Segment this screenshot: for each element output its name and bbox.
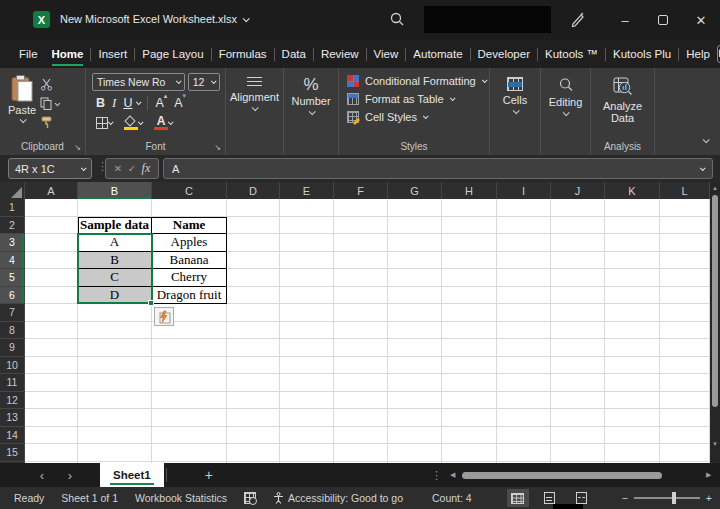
cell-A7[interactable] — [25, 304, 78, 322]
cell-B4[interactable]: B — [78, 252, 152, 270]
cell-G2[interactable] — [388, 217, 442, 235]
scroll-down-icon[interactable]: ▼ — [710, 439, 720, 449]
cell-F8[interactable] — [334, 322, 388, 340]
cell-G9[interactable] — [388, 339, 442, 357]
cell-L5[interactable] — [660, 269, 710, 287]
cell-F6[interactable] — [334, 287, 388, 305]
cell-B3[interactable]: A — [78, 234, 152, 252]
underline-chevron-icon[interactable] — [136, 99, 142, 105]
cell-I8[interactable] — [497, 322, 551, 340]
accessibility-status[interactable]: Accessibility: Good to go — [273, 492, 403, 504]
editing-button[interactable]: Editing — [541, 73, 590, 116]
cell-C11[interactable] — [152, 374, 227, 392]
row-header-8[interactable]: 8 — [0, 322, 25, 340]
row-header-3[interactable]: 3 — [0, 234, 25, 252]
cell-G5[interactable] — [388, 269, 442, 287]
cell-A5[interactable] — [25, 269, 78, 287]
cell-D10[interactable] — [227, 357, 280, 375]
cell-K7[interactable] — [605, 304, 660, 322]
cell-L15[interactable] — [660, 444, 710, 462]
cell-H4[interactable] — [442, 252, 497, 270]
cell-H5[interactable] — [442, 269, 497, 287]
cell-I12[interactable] — [497, 392, 551, 410]
font-color-button[interactable]: A — [154, 116, 172, 130]
column-header-J[interactable]: J — [551, 182, 605, 199]
cell-B2[interactable]: Sample data — [78, 217, 152, 235]
cancel-entry-icon[interactable]: ✕ — [114, 163, 122, 174]
cell-F4[interactable] — [334, 252, 388, 270]
cell-L2[interactable] — [660, 217, 710, 235]
cell-D9[interactable] — [227, 339, 280, 357]
column-header-D[interactable]: D — [227, 182, 280, 199]
horizontal-scrollbar[interactable]: ◀ ▶ — [450, 469, 716, 481]
clipboard-dialog-launcher[interactable]: ↘ — [74, 143, 81, 152]
row-header-13[interactable]: 13 — [0, 409, 25, 427]
fill-handle[interactable] — [148, 300, 154, 306]
cell-I13[interactable] — [497, 409, 551, 427]
tab-insert[interactable]: Insert — [91, 44, 134, 64]
cell-F9[interactable] — [334, 339, 388, 357]
cell-K10[interactable] — [605, 357, 660, 375]
cell-I7[interactable] — [497, 304, 551, 322]
cell-C1[interactable] — [152, 199, 227, 217]
tab-kutools-plu[interactable]: Kutools Plu — [606, 44, 678, 64]
minimize-button[interactable]: – — [606, 0, 644, 40]
workbook-statistics-icon[interactable] — [244, 492, 256, 504]
cell-H15[interactable] — [442, 444, 497, 462]
cell-F3[interactable] — [334, 234, 388, 252]
cell-A9[interactable] — [25, 339, 78, 357]
cell-C10[interactable] — [152, 357, 227, 375]
cell-J2[interactable] — [551, 217, 605, 235]
collapse-ribbon-button[interactable] — [703, 129, 708, 147]
cell-K3[interactable] — [605, 234, 660, 252]
cell-G13[interactable] — [388, 409, 442, 427]
cell-I4[interactable] — [497, 252, 551, 270]
zoom-in-button[interactable]: + — [706, 492, 712, 504]
cell-C2[interactable]: Name — [152, 217, 227, 235]
cell-E4[interactable] — [280, 252, 334, 270]
cell-C6[interactable]: Dragon fruit — [152, 287, 227, 305]
cell-D1[interactable] — [227, 199, 280, 217]
font-name-select[interactable]: Times New Ro — [92, 73, 185, 91]
cell-A15[interactable] — [25, 444, 78, 462]
copy-button[interactable] — [40, 96, 59, 111]
column-header-F[interactable]: F — [334, 182, 388, 199]
cell-D13[interactable] — [227, 409, 280, 427]
cell-F11[interactable] — [334, 374, 388, 392]
vertical-scrollbar[interactable]: ▲ ▼ — [710, 182, 720, 463]
increase-font-button[interactable]: A▴ — [155, 96, 167, 110]
cell-G1[interactable] — [388, 199, 442, 217]
cell-E11[interactable] — [280, 374, 334, 392]
cell-J14[interactable] — [551, 427, 605, 445]
cell-K5[interactable] — [605, 269, 660, 287]
name-box[interactable]: 4R x 1C — [8, 158, 92, 179]
cell-J10[interactable] — [551, 357, 605, 375]
sheet-tab-sheet1[interactable]: Sheet1 — [100, 463, 164, 487]
tab-file[interactable]: File — [12, 44, 45, 64]
cell-I5[interactable] — [497, 269, 551, 287]
row-header-11[interactable]: 11 — [0, 374, 25, 392]
cell-I3[interactable] — [497, 234, 551, 252]
quick-analysis-button[interactable] — [154, 307, 174, 326]
tab-formulas[interactable]: Formulas — [212, 44, 274, 64]
bold-button[interactable]: B — [96, 96, 105, 110]
scroll-left-icon[interactable]: ◀ — [450, 471, 460, 479]
cell-H3[interactable] — [442, 234, 497, 252]
normal-view-button[interactable] — [507, 489, 529, 507]
cell-J15[interactable] — [551, 444, 605, 462]
cell-D15[interactable] — [227, 444, 280, 462]
cell-A14[interactable] — [25, 427, 78, 445]
cell-J7[interactable] — [551, 304, 605, 322]
row-header-4[interactable]: 4 — [0, 252, 25, 270]
number-button[interactable]: % Number — [284, 73, 338, 115]
horizontal-scroll-thumb[interactable] — [462, 472, 662, 479]
cell-E9[interactable] — [280, 339, 334, 357]
tab-automate[interactable]: Automate — [406, 44, 469, 64]
cell-I9[interactable] — [497, 339, 551, 357]
cell-A2[interactable] — [25, 217, 78, 235]
cell-D7[interactable] — [227, 304, 280, 322]
cell-H10[interactable] — [442, 357, 497, 375]
expand-formula-bar-icon[interactable] — [700, 165, 706, 171]
cell-K15[interactable] — [605, 444, 660, 462]
cell-E5[interactable] — [280, 269, 334, 287]
